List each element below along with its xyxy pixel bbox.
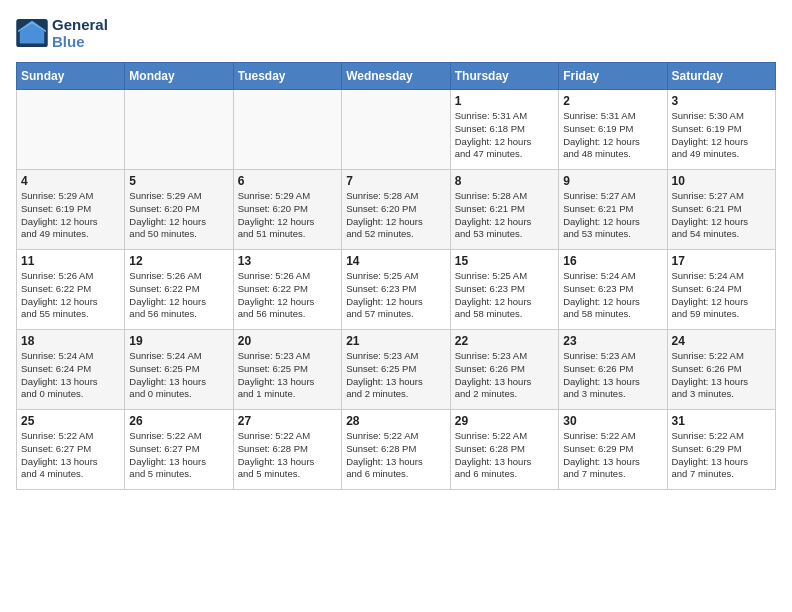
day-info: Sunrise: 5:30 AM Sunset: 6:19 PM Dayligh… xyxy=(672,110,772,161)
day-info: Sunrise: 5:28 AM Sunset: 6:20 PM Dayligh… xyxy=(346,190,446,241)
calendar-week-row: 25Sunrise: 5:22 AM Sunset: 6:27 PM Dayli… xyxy=(17,410,776,490)
weekday-header-sunday: Sunday xyxy=(17,63,125,90)
calendar-cell: 20Sunrise: 5:23 AM Sunset: 6:25 PM Dayli… xyxy=(233,330,341,410)
day-info: Sunrise: 5:22 AM Sunset: 6:28 PM Dayligh… xyxy=(455,430,554,481)
weekday-header-wednesday: Wednesday xyxy=(342,63,451,90)
day-number: 30 xyxy=(563,414,662,428)
weekday-header-tuesday: Tuesday xyxy=(233,63,341,90)
calendar-cell xyxy=(233,90,341,170)
calendar-cell: 3Sunrise: 5:30 AM Sunset: 6:19 PM Daylig… xyxy=(667,90,776,170)
day-number: 9 xyxy=(563,174,662,188)
day-number: 14 xyxy=(346,254,446,268)
calendar-cell: 29Sunrise: 5:22 AM Sunset: 6:28 PM Dayli… xyxy=(450,410,558,490)
day-info: Sunrise: 5:26 AM Sunset: 6:22 PM Dayligh… xyxy=(21,270,120,321)
day-info: Sunrise: 5:22 AM Sunset: 6:29 PM Dayligh… xyxy=(563,430,662,481)
calendar-cell: 23Sunrise: 5:23 AM Sunset: 6:26 PM Dayli… xyxy=(559,330,667,410)
calendar-cell: 22Sunrise: 5:23 AM Sunset: 6:26 PM Dayli… xyxy=(450,330,558,410)
day-number: 21 xyxy=(346,334,446,348)
day-info: Sunrise: 5:26 AM Sunset: 6:22 PM Dayligh… xyxy=(238,270,337,321)
day-number: 23 xyxy=(563,334,662,348)
calendar-cell: 10Sunrise: 5:27 AM Sunset: 6:21 PM Dayli… xyxy=(667,170,776,250)
calendar-cell: 15Sunrise: 5:25 AM Sunset: 6:23 PM Dayli… xyxy=(450,250,558,330)
day-info: Sunrise: 5:25 AM Sunset: 6:23 PM Dayligh… xyxy=(455,270,554,321)
day-info: Sunrise: 5:31 AM Sunset: 6:18 PM Dayligh… xyxy=(455,110,554,161)
weekday-header-thursday: Thursday xyxy=(450,63,558,90)
day-number: 18 xyxy=(21,334,120,348)
day-number: 27 xyxy=(238,414,337,428)
calendar-cell: 2Sunrise: 5:31 AM Sunset: 6:19 PM Daylig… xyxy=(559,90,667,170)
calendar-cell: 7Sunrise: 5:28 AM Sunset: 6:20 PM Daylig… xyxy=(342,170,451,250)
calendar-cell: 21Sunrise: 5:23 AM Sunset: 6:25 PM Dayli… xyxy=(342,330,451,410)
calendar-cell: 24Sunrise: 5:22 AM Sunset: 6:26 PM Dayli… xyxy=(667,330,776,410)
calendar-cell: 25Sunrise: 5:22 AM Sunset: 6:27 PM Dayli… xyxy=(17,410,125,490)
day-number: 31 xyxy=(672,414,772,428)
day-number: 11 xyxy=(21,254,120,268)
day-number: 1 xyxy=(455,94,554,108)
calendar-cell: 17Sunrise: 5:24 AM Sunset: 6:24 PM Dayli… xyxy=(667,250,776,330)
calendar-week-row: 1Sunrise: 5:31 AM Sunset: 6:18 PM Daylig… xyxy=(17,90,776,170)
day-number: 17 xyxy=(672,254,772,268)
day-number: 10 xyxy=(672,174,772,188)
calendar-cell: 31Sunrise: 5:22 AM Sunset: 6:29 PM Dayli… xyxy=(667,410,776,490)
calendar-cell: 16Sunrise: 5:24 AM Sunset: 6:23 PM Dayli… xyxy=(559,250,667,330)
day-number: 2 xyxy=(563,94,662,108)
day-info: Sunrise: 5:31 AM Sunset: 6:19 PM Dayligh… xyxy=(563,110,662,161)
day-info: Sunrise: 5:24 AM Sunset: 6:23 PM Dayligh… xyxy=(563,270,662,321)
day-number: 29 xyxy=(455,414,554,428)
day-number: 22 xyxy=(455,334,554,348)
day-number: 15 xyxy=(455,254,554,268)
calendar-cell: 13Sunrise: 5:26 AM Sunset: 6:22 PM Dayli… xyxy=(233,250,341,330)
day-info: Sunrise: 5:24 AM Sunset: 6:24 PM Dayligh… xyxy=(21,350,120,401)
day-info: Sunrise: 5:23 AM Sunset: 6:26 PM Dayligh… xyxy=(455,350,554,401)
calendar-week-row: 18Sunrise: 5:24 AM Sunset: 6:24 PM Dayli… xyxy=(17,330,776,410)
day-info: Sunrise: 5:22 AM Sunset: 6:27 PM Dayligh… xyxy=(21,430,120,481)
calendar-cell: 6Sunrise: 5:29 AM Sunset: 6:20 PM Daylig… xyxy=(233,170,341,250)
day-info: Sunrise: 5:25 AM Sunset: 6:23 PM Dayligh… xyxy=(346,270,446,321)
day-info: Sunrise: 5:29 AM Sunset: 6:20 PM Dayligh… xyxy=(129,190,228,241)
day-number: 3 xyxy=(672,94,772,108)
calendar-cell: 28Sunrise: 5:22 AM Sunset: 6:28 PM Dayli… xyxy=(342,410,451,490)
day-info: Sunrise: 5:22 AM Sunset: 6:28 PM Dayligh… xyxy=(238,430,337,481)
calendar-table: SundayMondayTuesdayWednesdayThursdayFrid… xyxy=(16,62,776,490)
calendar-cell: 30Sunrise: 5:22 AM Sunset: 6:29 PM Dayli… xyxy=(559,410,667,490)
day-number: 6 xyxy=(238,174,337,188)
day-info: Sunrise: 5:27 AM Sunset: 6:21 PM Dayligh… xyxy=(563,190,662,241)
day-number: 12 xyxy=(129,254,228,268)
weekday-header-row: SundayMondayTuesdayWednesdayThursdayFrid… xyxy=(17,63,776,90)
day-number: 19 xyxy=(129,334,228,348)
day-info: Sunrise: 5:23 AM Sunset: 6:26 PM Dayligh… xyxy=(563,350,662,401)
day-info: Sunrise: 5:29 AM Sunset: 6:20 PM Dayligh… xyxy=(238,190,337,241)
calendar-cell: 9Sunrise: 5:27 AM Sunset: 6:21 PM Daylig… xyxy=(559,170,667,250)
logo-icon xyxy=(16,19,48,47)
weekday-header-monday: Monday xyxy=(125,63,233,90)
day-number: 25 xyxy=(21,414,120,428)
day-number: 8 xyxy=(455,174,554,188)
day-number: 20 xyxy=(238,334,337,348)
day-info: Sunrise: 5:22 AM Sunset: 6:27 PM Dayligh… xyxy=(129,430,228,481)
day-number: 16 xyxy=(563,254,662,268)
calendar-cell: 19Sunrise: 5:24 AM Sunset: 6:25 PM Dayli… xyxy=(125,330,233,410)
day-number: 4 xyxy=(21,174,120,188)
calendar-cell: 8Sunrise: 5:28 AM Sunset: 6:21 PM Daylig… xyxy=(450,170,558,250)
day-info: Sunrise: 5:24 AM Sunset: 6:25 PM Dayligh… xyxy=(129,350,228,401)
calendar-week-row: 11Sunrise: 5:26 AM Sunset: 6:22 PM Dayli… xyxy=(17,250,776,330)
calendar-cell: 4Sunrise: 5:29 AM Sunset: 6:19 PM Daylig… xyxy=(17,170,125,250)
day-number: 7 xyxy=(346,174,446,188)
calendar-cell: 18Sunrise: 5:24 AM Sunset: 6:24 PM Dayli… xyxy=(17,330,125,410)
calendar-cell: 26Sunrise: 5:22 AM Sunset: 6:27 PM Dayli… xyxy=(125,410,233,490)
day-number: 5 xyxy=(129,174,228,188)
day-info: Sunrise: 5:23 AM Sunset: 6:25 PM Dayligh… xyxy=(238,350,337,401)
calendar-cell: 1Sunrise: 5:31 AM Sunset: 6:18 PM Daylig… xyxy=(450,90,558,170)
weekday-header-friday: Friday xyxy=(559,63,667,90)
day-info: Sunrise: 5:27 AM Sunset: 6:21 PM Dayligh… xyxy=(672,190,772,241)
day-info: Sunrise: 5:29 AM Sunset: 6:19 PM Dayligh… xyxy=(21,190,120,241)
calendar-cell: 14Sunrise: 5:25 AM Sunset: 6:23 PM Dayli… xyxy=(342,250,451,330)
day-info: Sunrise: 5:26 AM Sunset: 6:22 PM Dayligh… xyxy=(129,270,228,321)
day-info: Sunrise: 5:28 AM Sunset: 6:21 PM Dayligh… xyxy=(455,190,554,241)
day-number: 13 xyxy=(238,254,337,268)
calendar-cell: 12Sunrise: 5:26 AM Sunset: 6:22 PM Dayli… xyxy=(125,250,233,330)
day-info: Sunrise: 5:22 AM Sunset: 6:29 PM Dayligh… xyxy=(672,430,772,481)
calendar-cell xyxy=(17,90,125,170)
day-number: 26 xyxy=(129,414,228,428)
logo-text: General Blue xyxy=(52,16,108,50)
